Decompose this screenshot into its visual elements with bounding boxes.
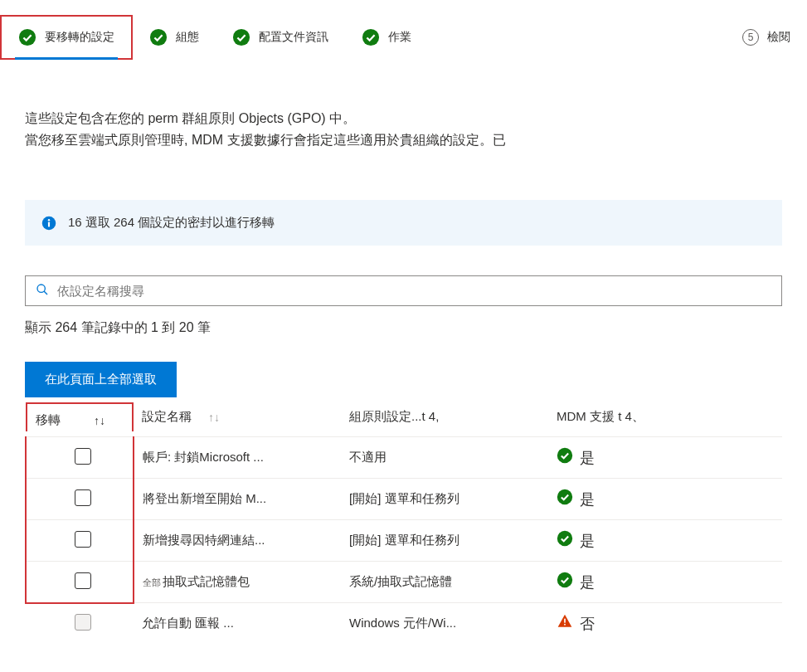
svg-point-2	[233, 29, 250, 46]
column-header-mdm[interactable]: MDM 支援 t 4、	[548, 397, 782, 437]
mdm-value: 是	[580, 531, 595, 551]
settings-table: 移轉 ↑↓ 設定名稱 ↑↓ 組原則設定...t 4, MDM 支援 t 4、	[25, 397, 782, 644]
setting-name-cell: 全部抽取式記憶體包	[134, 562, 341, 603]
header-setting-label: 設定名稱	[142, 409, 192, 425]
mdm-support-cell: 是	[548, 479, 782, 520]
description-text: 這些設定包含在您的 perm 群組原則 Objects (GPO) 中。 當您移…	[25, 108, 782, 150]
check-circle-icon	[557, 530, 573, 551]
step-label: 組態	[176, 30, 199, 45]
step-label: 檢閱	[767, 30, 790, 45]
info-bar: 16 選取 264 個設定的密封以進行移轉	[25, 200, 782, 246]
checkbox-cell	[26, 520, 134, 562]
setting-name-cell: 新增搜尋因特網連結...	[134, 520, 341, 562]
gpo-setting-cell: 系統/抽取式記憶體	[341, 562, 548, 603]
svg-point-5	[48, 219, 50, 221]
svg-point-12	[557, 572, 572, 587]
table-row: 全部抽取式記憶體包系統/抽取式記憶體是	[26, 562, 782, 603]
setting-prefix: 全部	[143, 577, 161, 587]
check-circle-icon	[557, 489, 573, 509]
checkbox-cell	[26, 562, 134, 603]
setting-name: 抽取式記憶體包	[163, 574, 250, 588]
setting-name-cell: 允許自動 匯報 ...	[134, 603, 341, 645]
table-row: 允許自動 匯報 ...Windows 元件/Wi...否	[26, 603, 782, 645]
table-row: 新增搜尋因特網連結...[開始] 選單和任務列是	[26, 520, 782, 562]
mdm-support-cell: 否	[548, 603, 782, 645]
setting-name: 將登出新增至開始 M...	[143, 491, 266, 505]
table-row: 帳戶: 封鎖Microsoft ...不適用是	[26, 437, 782, 479]
description-line-2: 當您移至雲端式原則管理時, MDM 支援數據行會指定這些適用於貴組織的設定。已	[25, 129, 782, 151]
mdm-value: 是	[580, 448, 595, 468]
select-all-button[interactable]: 在此頁面上全部選取	[25, 362, 177, 397]
header-mdm-label: MDM 支援 t 4、	[557, 409, 644, 423]
header-gpo-label: 組原則設定...t 4,	[349, 409, 439, 423]
step-label: 作業	[388, 30, 411, 45]
gpo-setting-cell: [開始] 選單和任務列	[341, 520, 548, 562]
step-label: 要移轉的設定	[45, 30, 114, 45]
check-circle-icon	[232, 28, 250, 46]
svg-rect-6	[48, 222, 50, 226]
info-text: 16 選取 264 個設定的密封以進行移轉	[68, 215, 275, 231]
setting-name-cell: 帳戶: 封鎖Microsoft ...	[134, 437, 341, 479]
check-circle-icon	[149, 28, 168, 46]
gpo-setting-cell: Windows 元件/Wi...	[341, 603, 548, 645]
svg-point-3	[362, 29, 379, 46]
setting-name-cell: 將登出新增至開始 M...	[134, 479, 341, 520]
step-review[interactable]: 5 檢閱	[726, 29, 807, 46]
search-box[interactable]	[25, 275, 782, 306]
svg-line-8	[44, 291, 47, 295]
svg-point-9	[557, 448, 572, 463]
mdm-support-cell: 是	[548, 437, 782, 479]
mdm-support-cell: 是	[548, 562, 782, 603]
step-settings-to-migrate[interactable]: 要移轉的設定	[0, 15, 133, 60]
svg-point-11	[557, 531, 572, 546]
mdm-value: 是	[580, 572, 595, 592]
wizard-steps: 要移轉的設定 組態 配置文件資訊 作業 5 檢閱	[0, 0, 807, 75]
sort-icon[interactable]: ↑↓	[208, 411, 220, 424]
row-checkbox[interactable]	[75, 489, 91, 506]
column-header-gpo[interactable]: 組原則設定...t 4,	[341, 397, 548, 437]
gpo-setting-cell: 不適用	[341, 437, 548, 479]
info-icon	[41, 216, 56, 231]
description-line-1: 這些設定包含在您的 perm 群組原則 Objects (GPO) 中。	[25, 108, 782, 129]
svg-rect-14	[564, 624, 566, 626]
search-input[interactable]	[57, 284, 771, 298]
mdm-value: 是	[580, 489, 595, 509]
svg-point-1	[150, 29, 167, 46]
checkbox-cell	[26, 479, 134, 520]
main-content: 這些設定包含在您的 perm 群組原則 Objects (GPO) 中。 當您移…	[0, 75, 807, 644]
step-label: 配置文件資訊	[259, 30, 328, 45]
mdm-support-cell: 是	[548, 520, 782, 562]
table-row: 將登出新增至開始 M...[開始] 選單和任務列是	[26, 479, 782, 520]
header-migrate-label: 移轉	[36, 412, 61, 428]
step-profile-info[interactable]: 配置文件資訊	[216, 28, 345, 46]
gpo-setting-cell: [開始] 選單和任務列	[341, 479, 548, 520]
check-circle-icon	[557, 447, 573, 468]
svg-point-7	[37, 285, 45, 292]
sort-icon[interactable]: ↑↓	[94, 414, 105, 427]
row-checkbox[interactable]	[75, 448, 91, 465]
step-number-icon: 5	[742, 29, 759, 46]
step-jobs[interactable]: 作業	[345, 28, 428, 46]
svg-point-0	[19, 29, 36, 46]
row-checkbox[interactable]	[75, 531, 91, 548]
checkbox-cell	[26, 437, 134, 479]
checkbox-cell	[26, 603, 134, 645]
setting-name: 允許自動 匯報 ...	[142, 616, 234, 630]
column-header-setting[interactable]: 設定名稱 ↑↓	[134, 397, 341, 437]
svg-rect-13	[564, 619, 566, 623]
svg-point-10	[557, 489, 572, 504]
warning-icon	[557, 613, 573, 634]
row-checkbox	[75, 614, 91, 631]
records-count: 顯示 264 筆記錄中的 1 到 20 筆	[25, 319, 782, 337]
column-header-migrate[interactable]: 移轉 ↑↓	[26, 397, 134, 437]
setting-name: 新增搜尋因特網連結...	[143, 533, 265, 547]
search-icon	[36, 283, 49, 299]
mdm-value: 否	[580, 614, 595, 634]
step-configuration[interactable]: 組態	[133, 28, 216, 46]
row-checkbox[interactable]	[75, 572, 91, 589]
setting-name: 帳戶: 封鎖Microsoft ...	[143, 450, 264, 464]
check-circle-icon	[557, 572, 573, 592]
check-circle-icon	[18, 28, 36, 46]
check-circle-icon	[362, 28, 380, 46]
